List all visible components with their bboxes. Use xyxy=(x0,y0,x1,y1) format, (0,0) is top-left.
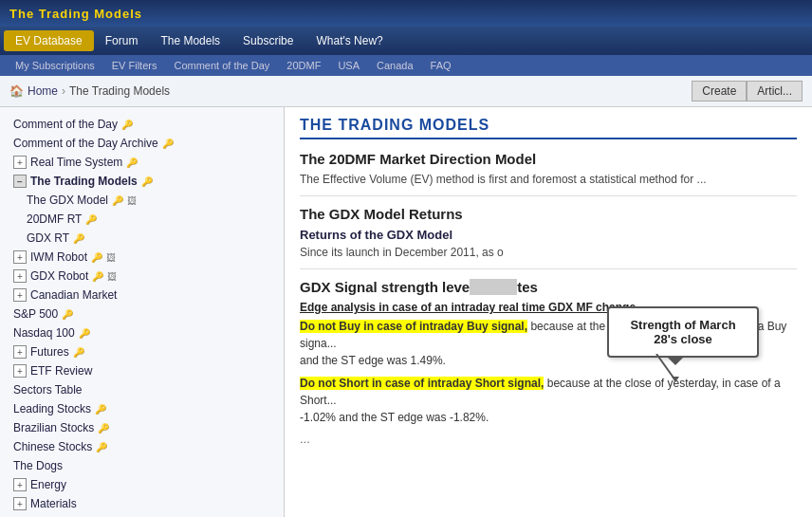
expand-icon-tm[interactable]: − xyxy=(13,175,27,188)
sidebar-item-leading[interactable]: Leading Stocks 🔑 xyxy=(0,399,284,418)
rts-label: Real Time System xyxy=(30,156,122,169)
content-area: THE TRADING MODELS The 20DMF Market Dire… xyxy=(285,107,812,517)
key-icon-gdxrobot: 🔑 xyxy=(92,271,103,282)
canadian-label: Canadian Market xyxy=(30,288,117,302)
sec-nav-faq[interactable]: FAQ xyxy=(423,58,459,73)
sidebar-item-etf[interactable]: + ETF Review xyxy=(0,361,284,380)
key-icon-gdxrt: 🔑 xyxy=(73,233,84,244)
dogs-label: The Dogs xyxy=(13,459,63,472)
key-icon-iwm: 🔑 xyxy=(91,252,102,263)
sec-nav-cotd[interactable]: Comment of the Day xyxy=(166,58,277,73)
nav-item-models[interactable]: The Models xyxy=(149,30,231,51)
section1-text: The Effective Volume (EV) method is firs… xyxy=(300,173,797,186)
logo-text: The Trading Models xyxy=(9,7,142,21)
edge-line2: Do not Short in case of intraday Short s… xyxy=(300,375,797,426)
tooltip-text: Strength of March 28's close xyxy=(630,318,735,346)
expand-icon-canadian[interactable]: + xyxy=(13,288,27,302)
sidebar-item-sectors[interactable]: Sectors Table xyxy=(0,380,284,399)
key-icon-sp500: 🔑 xyxy=(62,309,73,320)
sidebar-item-gdx-rt[interactable]: GDX RT 🔑 xyxy=(0,229,284,248)
expand-icon-rts[interactable]: + xyxy=(13,156,27,169)
sec-nav-filters[interactable]: EV Filters xyxy=(104,58,165,73)
ellipsis: ... xyxy=(300,432,797,446)
sidebar-item-gdx-robot[interactable]: + GDX Robot 🔑 🖼 xyxy=(0,267,284,286)
breadcrumb-separator: › xyxy=(62,84,65,98)
nav-item-forum[interactable]: Forum xyxy=(94,30,150,51)
expand-icon-iwm[interactable]: + xyxy=(13,250,27,264)
sidebar-item-cotd[interactable]: Comment of the Day 🔑 xyxy=(0,115,284,134)
sidebar-item-trading-models[interactable]: − The Trading Models 🔑 xyxy=(0,172,284,191)
tooltip-arrow xyxy=(647,354,704,382)
create-button[interactable]: Create xyxy=(692,81,747,102)
sidebar-item-gdx-model[interactable]: The GDX Model 🔑 🖼 xyxy=(0,191,284,210)
expand-icon-energy[interactable]: + xyxy=(13,478,27,491)
section2-text: Since its launch in December 2011, as o xyxy=(300,246,797,259)
sidebar-item-dogs[interactable]: The Dogs xyxy=(0,456,284,475)
gdx-rt-label: GDX RT xyxy=(27,231,69,245)
leading-label: Leading Stocks xyxy=(13,402,91,415)
expand-icon-futures[interactable]: + xyxy=(13,345,27,359)
divider2 xyxy=(300,268,797,269)
sidebar-item-iwm-robot[interactable]: + IWM Robot 🔑 🖼 xyxy=(0,248,284,267)
cotd-label: Comment of the Day xyxy=(13,118,118,131)
key-icon-20dmf: 🔑 xyxy=(85,214,97,225)
key-icon-chinese: 🔑 xyxy=(96,442,107,452)
section2-title: The GDX Model Returns xyxy=(300,206,797,222)
20dmf-rt-label: 20DMF RT xyxy=(27,212,82,226)
key-icon-archive: 🔑 xyxy=(162,138,174,149)
sidebar-item-20dmf-rt[interactable]: 20DMF RT 🔑 xyxy=(0,210,284,229)
sidebar-item-energy[interactable]: + Energy xyxy=(0,475,284,494)
tooltip-box: Strength of March 28's close xyxy=(607,306,759,358)
energy-label: Energy xyxy=(30,478,66,491)
etf-label: ETF Review xyxy=(30,364,92,378)
divider1 xyxy=(300,195,797,196)
nav-item-ev-database[interactable]: EV Database xyxy=(4,30,94,51)
key-icon-rts: 🔑 xyxy=(126,157,138,168)
page-title: THE TRADING MODELS xyxy=(300,117,797,139)
key-icon-brazilian: 🔑 xyxy=(98,423,109,434)
sec-nav-subscriptions[interactable]: My Subscriptions xyxy=(8,58,102,73)
breadcrumb: 🏠 Home › The Trading Models xyxy=(9,84,170,98)
breadcrumb-home[interactable]: Home xyxy=(28,84,58,98)
section3-title: GDX Signal strength leve______tes xyxy=(300,279,797,295)
gdxrobot-label: GDX Robot xyxy=(30,269,88,283)
main-layout: Comment of the Day 🔑 Comment of the Day … xyxy=(0,107,812,517)
article-button[interactable]: Articl... xyxy=(747,81,803,102)
sidebar-item-nasdaq[interactable]: Nasdaq 100 🔑 xyxy=(0,323,284,342)
secondary-nav: My Subscriptions EV Filters Comment of t… xyxy=(0,55,812,76)
sec-nav-canada[interactable]: Canada xyxy=(369,58,421,73)
iwm-extra-icon: 🖼 xyxy=(106,252,116,263)
logo-area: The Trading Models xyxy=(0,0,812,27)
svg-line-0 xyxy=(656,354,675,380)
sidebar-item-materials[interactable]: + Materials xyxy=(0,494,284,513)
sidebar-item-chinese[interactable]: Chinese Stocks 🔑 xyxy=(0,437,284,456)
expand-icon-etf[interactable]: + xyxy=(13,364,27,378)
nasdaq-label: Nasdaq 100 xyxy=(13,326,75,340)
sidebar-item-sp500[interactable]: S&P 500 🔑 xyxy=(0,305,284,323)
key-icon-leading: 🔑 xyxy=(95,404,106,415)
sidebar-item-brazilian[interactable]: Brazilian Stocks 🔑 xyxy=(0,418,284,437)
section2-subtitle: Returns of the GDX Model xyxy=(300,228,797,242)
sp500-label: S&P 500 xyxy=(13,307,58,321)
sidebar-item-cotd-archive[interactable]: Comment of the Day Archive 🔑 xyxy=(0,134,284,153)
gdx-model-label: The GDX Model xyxy=(27,194,108,207)
sec-nav-usa[interactable]: USA xyxy=(330,58,367,73)
gdxrobot-extra-icon: 🖼 xyxy=(107,271,117,282)
top-nav: EV Database Forum The Models Subscribe W… xyxy=(0,27,812,55)
materials-label: Materials xyxy=(30,497,77,510)
sidebar-item-canadian[interactable]: + Canadian Market xyxy=(0,286,284,305)
sidebar-item-futures[interactable]: + Futures 🔑 xyxy=(0,342,284,361)
key-icon-tm: 🔑 xyxy=(141,176,153,187)
nav-item-whats-new[interactable]: What's New? xyxy=(304,30,394,51)
nav-item-subscribe[interactable]: Subscribe xyxy=(231,30,304,51)
tm-label: The Trading Models xyxy=(30,175,138,188)
sec-nav-20dmf[interactable]: 20DMF xyxy=(279,58,328,73)
key-icon-futures: 🔑 xyxy=(73,347,84,358)
expand-icon-materials[interactable]: + xyxy=(13,497,27,510)
cotd-archive-label: Comment of the Day Archive xyxy=(13,137,158,150)
sidebar-item-rts[interactable]: + Real Time System 🔑 xyxy=(0,153,284,172)
chinese-label: Chinese Stocks xyxy=(13,440,92,453)
key-icon: 🔑 xyxy=(121,120,133,130)
expand-icon-gdxrobot[interactable]: + xyxy=(13,269,27,283)
sectors-label: Sectors Table xyxy=(13,383,83,397)
